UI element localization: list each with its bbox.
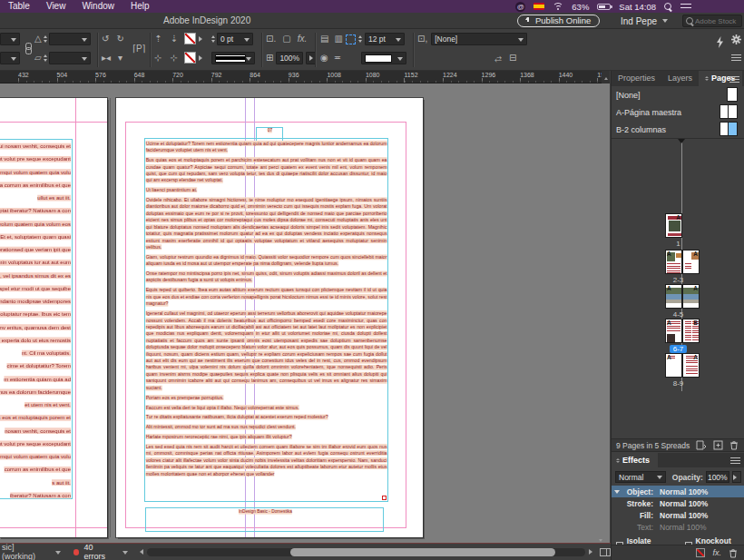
horizontal-scrollbar-thumb[interactable] — [290, 548, 555, 556]
menubar-clock[interactable]: Sat 14:08 — [619, 2, 656, 12]
spread-view-icon[interactable] — [600, 548, 611, 556]
error-count[interactable]: 40 errors — [83, 543, 114, 560]
horizontal-scrollbar[interactable] — [147, 548, 584, 556]
effects-panel-tab[interactable]: Effects — [612, 453, 658, 467]
flip-horizontal-icon[interactable]: ▸◂ — [102, 52, 111, 64]
document-pasteboard[interactable]: ulftitulo qui nosam venhit, consequis et… — [0, 84, 610, 543]
fill-swatch-none[interactable] — [184, 52, 196, 64]
spread-label[interactable]: 4-5 — [612, 310, 744, 319]
scale-y-field[interactable] — [0, 52, 20, 64]
shear-angle-field[interactable] — [49, 52, 91, 64]
stroke-weight-stepper[interactable] — [211, 34, 215, 44]
new-page-icon[interactable] — [713, 440, 723, 450]
corner-shape-icon[interactable]: ▢ — [282, 33, 290, 45]
publish-online-button[interactable]: Publish Online — [517, 15, 600, 27]
spread-item[interactable]: AA 2-3 — [612, 250, 744, 284]
spread-label[interactable]: 1 — [612, 240, 744, 248]
page-thumbnail[interactable]: A — [665, 319, 682, 343]
stroke-flyout-arrow[interactable] — [199, 36, 205, 42]
rotate-ccw-icon[interactable]: ↺ — [102, 33, 109, 45]
effects-target-row[interactable]: Object: Normal 100% — [612, 486, 744, 497]
control-center-icon[interactable] — [680, 3, 691, 11]
margin-guide[interactable] — [0, 122, 107, 123]
object-style-icon[interactable]: ⊡, — [417, 33, 427, 45]
rotation-angle-field[interactable] — [49, 33, 91, 45]
page-thumbnail[interactable]: A — [682, 250, 700, 274]
preflight-menu-chevron[interactable] — [55, 551, 61, 557]
page-thumbnail[interactable]: A — [665, 250, 682, 274]
spread-item[interactable]: AA 8-9 — [612, 353, 744, 388]
reference-point-proxy[interactable]: ⌈P⌉ — [132, 43, 145, 55]
text-wrap-icon[interactable]: ◉ — [320, 52, 328, 64]
stock-search-input[interactable] — [695, 17, 739, 25]
flip-vertical-icon[interactable]: ▾ — [118, 52, 122, 64]
control-panel-menu-icon[interactable] — [731, 54, 741, 61]
rotate-cw-icon[interactable]: ↻ — [116, 33, 123, 45]
pages-panel-menu-icon[interactable] — [729, 76, 739, 83]
effects-fx-icon[interactable]: fx. — [298, 33, 308, 45]
add-effect-fx-icon[interactable]: fx. — [712, 548, 721, 557]
hscroll-left-button[interactable] — [137, 549, 143, 555]
footer-text-frame[interactable]: InDesign Basic - Domestika — [145, 507, 384, 532]
wifi-icon[interactable] — [553, 3, 563, 11]
delete-page-trash-icon[interactable] — [729, 440, 739, 450]
rotation-stepper[interactable] — [44, 34, 47, 44]
menu-table[interactable]: Table — [0, 0, 38, 13]
blend-mode-select[interactable]: Normal — [615, 471, 666, 483]
select-container-icon[interactable]: ⇡ — [154, 33, 162, 45]
main-text-frame[interactable]: Ucime et doluptatiur? Torem rem estioren… — [144, 138, 388, 502]
text-columns-icon[interactable]: ▥ — [334, 33, 342, 45]
effects-panel-menu-icon[interactable] — [730, 457, 740, 464]
preflight-profile[interactable]: sic] (working) — [2, 543, 47, 560]
menu-help[interactable]: Help — [122, 0, 158, 13]
corner-options-icon[interactable]: ⊡. — [266, 33, 276, 45]
scale-percent-field[interactable]: 100% — [276, 52, 303, 64]
effects-target-row[interactable]: Stroke: Normal 100% — [612, 497, 744, 509]
page-thumbnail[interactable]: A — [665, 284, 682, 309]
margin-guide[interactable] — [75, 98, 76, 537]
stroke-style-dropdown[interactable] — [211, 52, 255, 64]
edit-page-size-icon[interactable] — [696, 440, 707, 450]
left-text-frame[interactable]: ulftitulo qui nosam venhit, consequis et… — [0, 139, 73, 499]
clear-effects-icon[interactable] — [696, 548, 705, 557]
workspace-switcher[interactable]: Ind Pepe — [621, 16, 668, 26]
master-page-row[interactable]: [None] — [612, 86, 744, 103]
spread-item[interactable]: A 1 — [612, 213, 744, 248]
page-thumbnail[interactable]: B — [682, 319, 700, 343]
tab-layers[interactable]: Layers — [661, 71, 699, 86]
spotlight-search-icon[interactable] — [664, 3, 672, 11]
frame-grid-icon[interactable] — [346, 34, 356, 44]
effects-target-row[interactable]: Fill: Normal 100% — [612, 509, 744, 521]
spread-item[interactable]: AA 4-5 — [612, 284, 744, 319]
snippet-export-icon[interactable]: ⊟ — [509, 52, 516, 64]
expander-chevron-icon[interactable] — [614, 487, 623, 496]
overset-out-port[interactable] — [382, 496, 387, 500]
text-frame-options-icon[interactable]: ▤ — [320, 33, 328, 45]
page-thumbnail[interactable]: A — [665, 213, 682, 238]
gradient-dropdown[interactable] — [361, 52, 406, 64]
scale-percent-icon[interactable]: ⊞ — [266, 52, 273, 64]
page-thumbnail[interactable]: A — [665, 353, 682, 378]
fill-flyout-arrow[interactable] — [199, 55, 205, 61]
quick-apply-icon[interactable] — [716, 36, 724, 48]
font-size-stepper[interactable] — [358, 34, 362, 44]
vertical-scrollbar-up-button[interactable] — [602, 71, 610, 84]
spread-item[interactable]: AB 6-7 — [612, 319, 744, 353]
opacity-field[interactable]: 100% — [706, 471, 729, 483]
errors-menu-chevron[interactable] — [122, 551, 128, 557]
page-thumbnail[interactable]: A — [682, 353, 700, 378]
opacity-expand-button[interactable] — [732, 471, 741, 483]
scale-x-field[interactable] — [0, 33, 20, 45]
delete-effect-trash-icon[interactable] — [729, 548, 738, 558]
effects-target-row[interactable]: Text: Normal 100% — [612, 521, 744, 533]
page-6[interactable]: ulftitulo qui nosam venhit, consequis et… — [0, 98, 107, 537]
menu-view[interactable]: View — [38, 0, 74, 13]
select-next-icon[interactable]: ⊹ — [170, 52, 177, 64]
stroke-weight-field[interactable]: 0 pt — [217, 33, 253, 45]
master-page-row[interactable]: A-Página maestra — [612, 103, 744, 121]
creative-cloud-icon[interactable]: @ — [515, 2, 525, 12]
hscroll-right-button[interactable] — [589, 549, 595, 555]
constrain-proportions-icon[interactable] — [24, 43, 31, 54]
adobe-stock-search[interactable] — [682, 15, 742, 27]
stroke-swatch-none[interactable] — [184, 33, 196, 44]
